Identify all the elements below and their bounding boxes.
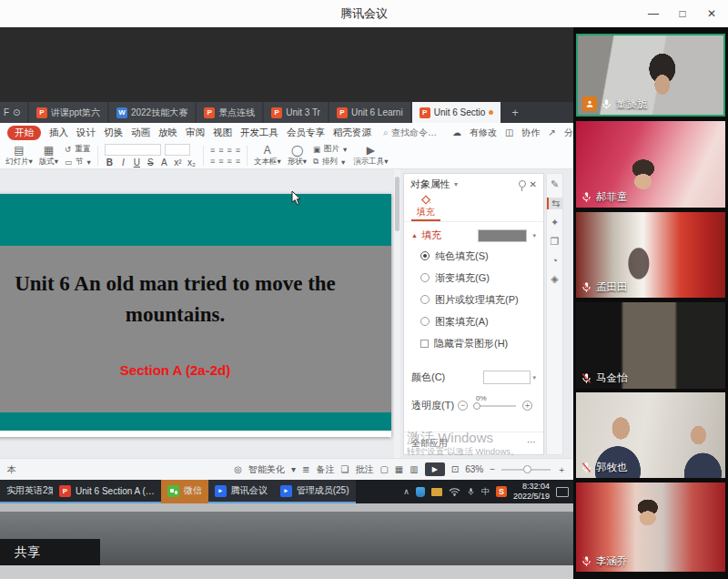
menu-design[interactable]: 设计 — [76, 127, 96, 139]
section-button[interactable]: ▭ 节▾ — [65, 157, 91, 168]
radio-icon[interactable] — [420, 273, 430, 282]
menu-insert[interactable]: 插入 — [49, 127, 68, 139]
taskbar-item-wps[interactable]: P Unit 6 Section A (… — [53, 480, 161, 503]
align-justify-icon[interactable]: ≡ — [236, 146, 240, 155]
font-size-box[interactable] — [165, 144, 190, 156]
menu-review[interactable]: 审阅 — [186, 127, 205, 139]
fit-slide-icon[interactable]: ⊡ — [451, 464, 459, 474]
minimize-button[interactable]: — — [639, 0, 668, 27]
zoom-in-button[interactable]: ＋ — [557, 463, 566, 476]
document-tab[interactable]: P Unit 3 Tr — [264, 102, 328, 123]
participant-tile[interactable]: 董旖旎 — [576, 34, 725, 117]
microphone-tray-icon[interactable] — [467, 486, 475, 497]
participant-tile[interactable]: 郝菲童 — [576, 121, 725, 208]
smart-beautify-button[interactable]: 智能美化 — [248, 463, 285, 476]
antivirus-shield-icon[interactable] — [416, 487, 425, 497]
indent-icon[interactable]: ≡ — [210, 157, 215, 166]
radio-icon[interactable] — [420, 317, 430, 326]
radio-selected-icon[interactable] — [420, 251, 430, 260]
document-tab[interactable]: P 景点连线 — [197, 102, 262, 123]
resource-pane-icon[interactable]: ◈ — [547, 273, 562, 285]
align-center-icon[interactable]: ≡ — [218, 146, 223, 155]
menu-resources[interactable]: 稻壳资源 — [333, 127, 371, 139]
wifi-icon[interactable] — [449, 487, 460, 496]
document-tab[interactable]: P 讲课ppt第六 — [29, 102, 107, 123]
textbox-button[interactable]: A 文本框▾ — [254, 145, 281, 166]
bullets-icon[interactable]: ≡ — [236, 157, 240, 166]
line-spacing-icon[interactable]: ≡ — [218, 157, 223, 166]
help-pane-icon[interactable]: ◔ — [547, 255, 562, 266]
view-reading-button[interactable]: ▥ — [410, 464, 418, 474]
comments-button[interactable]: 批注 — [355, 463, 373, 476]
sogou-input-icon[interactable]: S — [496, 486, 507, 497]
zoom-slider-knob[interactable] — [523, 465, 531, 473]
panel-close-button[interactable]: ✕ — [530, 179, 537, 189]
animation-pane-icon[interactable]: ✦ — [547, 217, 562, 229]
participant-tile[interactable]: 李涵乔 — [576, 482, 725, 572]
fill-color-swatch[interactable] — [478, 229, 527, 242]
new-tab-button[interactable]: + — [502, 102, 528, 123]
increase-button[interactable]: ＋ — [522, 401, 532, 411]
properties-pane-icon[interactable]: ⇆ — [547, 198, 562, 209]
pin-icon[interactable] — [519, 180, 526, 188]
fill-tab[interactable]: 填充 — [411, 194, 440, 221]
tray-expand-icon[interactable]: ∧ — [403, 487, 410, 496]
zoom-slider[interactable] — [501, 469, 551, 471]
strikethrough-button[interactable]: S — [146, 157, 156, 168]
maximize-button[interactable]: □ — [668, 0, 697, 27]
shapes-button[interactable]: ◯ 形状▾ — [288, 145, 307, 166]
subscript-button[interactable]: x₂ — [187, 157, 197, 168]
hide-background-checkbox[interactable]: 隐藏背景图形(H) — [404, 332, 543, 354]
edit-pane-icon[interactable]: ✎ — [547, 178, 562, 190]
menu-member[interactable]: 会员专享 — [287, 127, 325, 139]
notes-button[interactable]: 备注 — [316, 463, 334, 476]
slideshow-play-button[interactable]: ▶ — [425, 462, 445, 476]
modified-status[interactable]: 有修改 — [470, 127, 497, 139]
more-options-button[interactable]: ⋯ — [527, 437, 536, 450]
reset-button[interactable]: ↺ 重置 — [65, 144, 91, 155]
bold-button[interactable]: B — [105, 157, 115, 168]
arrange-button[interactable]: ⧉ 排列▾ — [313, 157, 347, 168]
collaborate-button[interactable]: 协作 — [521, 127, 540, 139]
slide-canvas[interactable]: Unit 6 An old man tried to move the moun… — [0, 194, 391, 437]
numbering-icon[interactable]: ≡ — [227, 157, 231, 166]
menu-devtools[interactable]: 开发工具 — [240, 127, 278, 139]
taskbar-item-english-doc[interactable]: 实用英语2第五… — [0, 480, 53, 503]
menu-transition[interactable]: 切换 — [104, 127, 123, 139]
zoom-out-button[interactable]: − — [490, 464, 495, 474]
view-sorter-button[interactable]: ▦ — [395, 464, 403, 474]
menu-slideshow[interactable]: 放映 — [158, 127, 177, 139]
view-normal-button[interactable]: ▢ — [379, 464, 388, 474]
search-input[interactable] — [391, 127, 444, 137]
document-tab[interactable]: P Unit 6 Learni — [329, 102, 410, 123]
scrollbar-thumb[interactable] — [395, 177, 399, 231]
participant-tile[interactable]: 孟田田 — [576, 212, 725, 298]
align-left-icon[interactable]: ≡ — [210, 146, 215, 155]
layout-button[interactable]: ▦ 版式▾ — [39, 145, 58, 166]
layout-pane-icon[interactable]: ❐ — [547, 236, 562, 248]
action-center-icon[interactable] — [556, 487, 569, 497]
command-search[interactable]: ⌕ — [383, 127, 444, 138]
fill-option-gradient[interactable]: 渐变填充(G) — [404, 267, 543, 289]
fill-option-pattern[interactable]: 图案填充(A) — [404, 310, 543, 332]
slider-knob[interactable] — [473, 402, 480, 410]
document-tab[interactable]: W 2022技能大赛 — [109, 102, 195, 123]
color-swatch[interactable] — [483, 371, 531, 384]
new-slide-button[interactable]: ▤ 幻灯片▾ — [5, 145, 33, 166]
taskbar-item-members[interactable]: ▸ 管理成员(25) — [274, 480, 356, 503]
italic-button[interactable]: I — [118, 157, 128, 168]
menu-animation[interactable]: 动画 — [131, 127, 150, 139]
document-tab-active[interactable]: P Unit 6 Sectio — [412, 102, 501, 123]
close-button[interactable]: ✕ — [697, 0, 726, 27]
font-name-box[interactable] — [105, 144, 161, 156]
document-tab-partial[interactable]: F ⊙ — [0, 102, 27, 123]
font-color-button[interactable]: A — [159, 157, 169, 168]
folder-icon[interactable] — [431, 488, 442, 496]
align-right-icon[interactable]: ≡ — [227, 146, 231, 155]
fill-section-header[interactable]: ▲ 填充 ▾ — [404, 222, 543, 245]
edit-area-scrollbar[interactable] — [394, 169, 400, 458]
menu-view[interactable]: 视图 — [213, 127, 232, 139]
taskbar-clock[interactable]: 8:32:04 2022/5/19 — [513, 482, 550, 502]
transparency-slider[interactable]: 0% — [474, 405, 516, 407]
checkbox-icon[interactable] — [420, 340, 429, 348]
